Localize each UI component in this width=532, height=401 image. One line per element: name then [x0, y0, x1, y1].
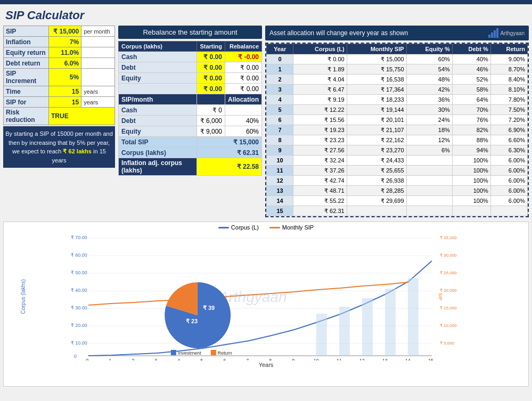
risk-value[interactable]: TRUE: [49, 108, 115, 125]
data-table-header: Year Corpus (L) Monthly SIP Equity % Deb…: [267, 44, 528, 54]
sip-label: SIP: [4, 26, 49, 37]
cash-starting[interactable]: ₹ 0.00: [197, 52, 225, 62]
sip-line-icon: [269, 227, 280, 228]
corpus-cash-row: Cash ₹ 0.00 ₹ -0.00: [119, 52, 262, 62]
x-label-11: 11: [337, 358, 342, 361]
data-table-body: 0₹ 0.00₹ 15,00060%40%9.00%1₹ 1.89₹ 15,75…: [267, 54, 528, 216]
bar-14: [408, 278, 419, 356]
sip-axis-10k: ₹ 10,000: [440, 323, 457, 328]
inflation-adj-value: ₹ 22.58: [197, 158, 262, 176]
sip-axis-30k: ₹ 30,000: [440, 253, 457, 258]
inflation-label: Inflation: [4, 37, 49, 47]
col-rebalance: Rebalance: [225, 42, 261, 52]
middle-panel: Rebalance the starting amount Corpus (la…: [118, 26, 262, 217]
th-year: Year: [267, 44, 293, 54]
legend-return-box: [211, 350, 216, 355]
sip-axis-35k: ₹ 35,000: [440, 235, 457, 240]
debt-return-value[interactable]: 6.0%: [49, 58, 81, 69]
legend-sip-label: Monthly SIP: [282, 224, 314, 231]
page-title: SIP Calculator: [5, 9, 84, 22]
cash-rebalance[interactable]: ₹ -0.00: [225, 52, 261, 62]
summary-text: By starting a SIP of 15000 per month and…: [5, 130, 113, 163]
equity-return-label: Equity return: [4, 47, 49, 58]
sip-row: SIP ₹ 15,000 per month: [4, 26, 115, 37]
inflation-adj-row: Inflation adj. corpus (lakhs) ₹ 22.58: [119, 158, 262, 176]
x-label-3: 3: [154, 358, 157, 361]
sip-increment-value[interactable]: 5%: [49, 69, 81, 86]
sip-cash-row: Cash ₹ 0: [119, 105, 262, 116]
x-label-7: 7: [246, 358, 249, 361]
main-chart-svg: ₹ 70.00 ₹ 60.00 ₹ 50.00 ₹ 40.00 ₹ 30.00 …: [23, 233, 489, 361]
risk-label: Risk reduction: [4, 108, 49, 125]
equity-label: Equity: [119, 73, 197, 84]
inflation-row: Inflation 7%: [4, 37, 115, 47]
inflation-adj-label: Inflation adj. corpus (lakhs): [119, 158, 197, 176]
col-corpus: Corpus (lakhs): [119, 42, 197, 52]
x-label-0: 0: [86, 358, 88, 361]
y-label-40: ₹ 40.00: [71, 288, 87, 293]
bar-10: [316, 314, 327, 356]
sip-value[interactable]: ₹ 15,000: [49, 26, 81, 37]
table-row: 10₹ 32.24₹ 24,433100%6.00%: [267, 156, 528, 166]
table-row: 11₹ 37.26₹ 25,655100%6.00%: [267, 166, 528, 176]
sip-equity-row: Equity ₹ 9,000 60%: [119, 126, 262, 137]
sip-for-unit: years: [81, 97, 115, 108]
main-container: SIP Calculator SIP ₹ 15,000 per month In…: [0, 0, 532, 401]
x-axis-label: Years: [7, 362, 525, 368]
y-label-60: ₹ 60.00: [71, 252, 87, 258]
sip-cash-value[interactable]: ₹ 0: [197, 105, 225, 116]
chart-svg-wrapper: Corpus (lakhs) ₹ 70.00 ₹ 60.00 ₹ 50.00 ₹…: [7, 233, 525, 361]
debt-return-row: Debt return 6.0%: [4, 58, 115, 69]
chart-legend-row: Corpus (L) Monthly SIP: [7, 224, 525, 231]
sip-debt-value[interactable]: ₹ 6,000: [197, 116, 225, 126]
total-sip-value: ₹ 15,000: [197, 137, 262, 148]
table-row: 13₹ 48.71₹ 28,285100%6.00%: [267, 186, 528, 196]
time-value[interactable]: 15: [49, 86, 81, 97]
table-row: 7₹ 19.23₹ 21,10718%82%6.90%: [267, 125, 528, 135]
y-label-50: ₹ 50.00: [71, 270, 87, 275]
pie-label-return: ₹ 39: [203, 305, 215, 311]
th-debt: Debt %: [452, 44, 490, 54]
sip-for-value[interactable]: 15: [49, 97, 81, 108]
x-label-13: 13: [382, 358, 388, 361]
debt-starting[interactable]: ₹ 0.00: [197, 62, 225, 73]
allocation-label: Allocation: [225, 94, 261, 105]
cash-label: Cash: [119, 52, 197, 62]
title-bar: SIP Calculator: [0, 4, 532, 26]
inflation-value[interactable]: 7%: [49, 37, 81, 47]
arthgyaan-text: Arthgyaan: [500, 30, 525, 36]
legend-corpus-label: Corpus (L): [231, 224, 259, 231]
sip-equity-pct: 60%: [225, 126, 261, 137]
input-table: SIP ₹ 15,000 per month Inflation 7% Equi…: [3, 26, 115, 125]
top-header-bar: [0, 0, 532, 4]
left-panel: SIP ₹ 15,000 per month Inflation 7% Equi…: [3, 26, 115, 217]
equity-return-value[interactable]: 11.0%: [49, 47, 81, 58]
y-label-70: ₹ 70.00: [71, 235, 87, 240]
sip-axis-5k: ₹ 5,000: [440, 341, 455, 346]
pie-label-investment: ₹ 23: [186, 318, 198, 324]
table-row: 3₹ 6.47₹ 17,36442%58%8.10%: [267, 85, 528, 95]
time-row: Time 15 years: [4, 86, 115, 97]
table-row: 1₹ 1.89₹ 15,75054%46%8.70%: [267, 64, 528, 75]
x-label-1: 1: [109, 358, 111, 361]
x-label-6: 6: [223, 358, 226, 361]
table-row: 9₹ 27.56₹ 23,2706%94%6.30%: [267, 145, 528, 156]
extra-rebalance[interactable]: ₹ 0.00: [225, 84, 261, 94]
equity-rebalance[interactable]: ₹ 0.00: [225, 73, 261, 84]
sip-debt-pct: 40%: [225, 116, 261, 126]
debt-rebalance[interactable]: ₹ 0.00: [225, 62, 261, 73]
extra-starting[interactable]: ₹ 0.00: [197, 84, 225, 94]
table-row: 6₹ 15.56₹ 20,10124%76%7.20%: [267, 115, 528, 125]
total-sip-label: Total SIP: [119, 137, 197, 148]
asset-header: Asset allocation will change every year …: [265, 26, 529, 40]
y-label-10: ₹ 10.00: [71, 340, 87, 346]
sip-increment-row: SIP Increment 5%: [4, 69, 115, 86]
sip-axis-15k: ₹ 15,000: [440, 306, 457, 310]
corpus-extra-row: ₹ 0.00 ₹ 0.00: [119, 84, 262, 94]
th-corpus: Corpus (L): [293, 44, 347, 54]
bar-12: [362, 298, 373, 356]
legend-investment-box: [171, 350, 176, 355]
table-row: 14₹ 55.22₹ 29,699100%6.00%: [267, 196, 528, 206]
sip-equity-value[interactable]: ₹ 9,000: [197, 126, 225, 137]
equity-starting[interactable]: ₹ 0.00: [197, 73, 225, 84]
